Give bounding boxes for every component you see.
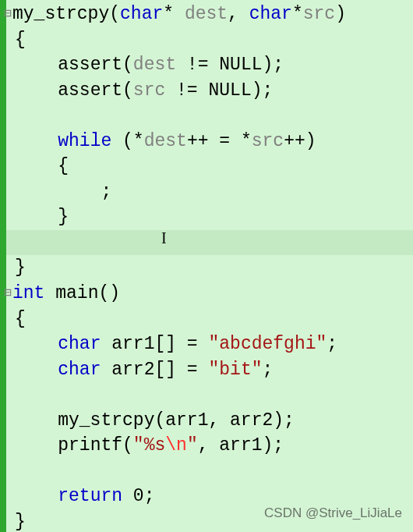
fold-gutter: [0, 0, 6, 532]
code-line[interactable]: {: [6, 154, 413, 179]
func-name: my_strcpy: [12, 4, 109, 24]
fold-icon[interactable]: ⊟: [4, 281, 12, 307]
keyword: return: [58, 486, 122, 506]
code-line[interactable]: assert(src != NULL);: [6, 78, 413, 104]
code-line[interactable]: while (*dest++ = *src++): [6, 129, 413, 154]
code-editor[interactable]: ⊟my_strcpy(char* dest, char*src) { asser…: [6, 2, 413, 532]
type-keyword: char: [249, 4, 292, 24]
code-line[interactable]: [6, 103, 413, 129]
type-keyword: char: [120, 4, 163, 24]
code-line[interactable]: [6, 382, 413, 408]
fold-icon[interactable]: ⊟: [4, 2, 12, 27]
code-line[interactable]: }: [6, 255, 413, 281]
code-line[interactable]: ⊟int main(): [6, 281, 413, 307]
code-line[interactable]: ⊟my_strcpy(char* dest, char*src): [6, 2, 413, 27]
code-line[interactable]: assert(dest != NULL);: [6, 52, 413, 78]
code-line[interactable]: }: [6, 204, 413, 230]
type-keyword: int: [12, 283, 44, 303]
code-line[interactable]: char arr1[] = "abcdefghi";: [6, 332, 413, 357]
func-name: main: [55, 283, 98, 303]
text-cursor-icon: I: [161, 225, 167, 251]
param: src: [303, 4, 335, 24]
string-literal: bit: [219, 360, 251, 380]
watermark-text: CSDN @Strive_LiJiaLe: [264, 501, 402, 527]
code-line[interactable]: {: [6, 307, 413, 332]
code-line[interactable]: char arr2[] = "bit";: [6, 357, 413, 383]
code-line[interactable]: my_strcpy(arr1, arr2);: [6, 408, 413, 434]
keyword: while: [58, 131, 111, 151]
code-line[interactable]: printf("%s\n", arr1);: [6, 433, 413, 459]
code-line[interactable]: {: [6, 27, 413, 53]
code-line[interactable]: ;: [6, 179, 413, 205]
string-literal: abcdefghi: [219, 334, 316, 354]
code-line-active[interactable]: [6, 230, 413, 256]
param: dest: [185, 4, 228, 24]
escape-char: \n: [165, 435, 187, 456]
code-line[interactable]: [6, 459, 413, 484]
